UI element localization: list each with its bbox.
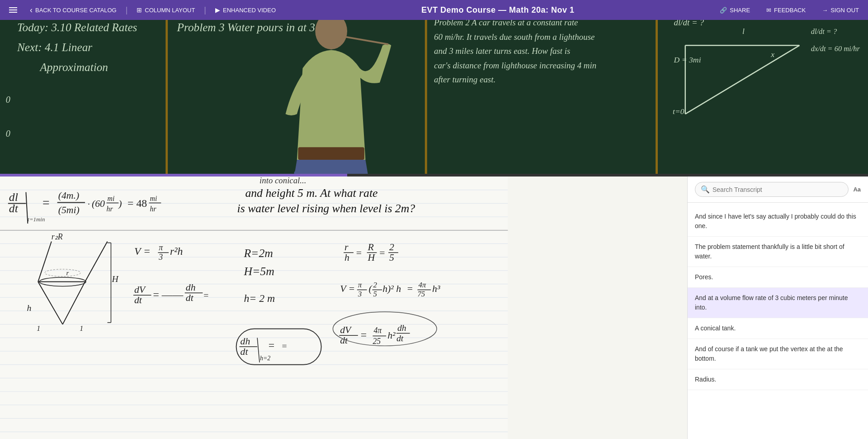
column-layout-button[interactable]: ⊞ COLUMN LAYOUT [133,5,198,15]
video-player[interactable]: Today: 3.10 Related Rates Next: 4.1 Line… [0,20,868,174]
svg-text:π: π [358,281,362,289]
transcript-text: And of course if a tank we put the verte… [695,344,861,363]
svg-text:dl/dt = ?: dl/dt = ? [674,20,704,27]
hamburger-menu-button[interactable] [5,5,21,14]
svg-text:dt: dt [134,295,142,305]
svg-text:x: x [770,50,774,59]
transcript-item[interactable]: And of course if a tank we put the verte… [688,339,868,369]
back-label: BACK TO COURSE CATALOG [35,7,117,14]
svg-text:is water level rising when lev: is water level rising when level is 2m? [237,202,415,215]
transcript-item-active[interactable]: And at a volume flow rate of 3 cubic met… [688,288,868,318]
svg-text:2: 2 [373,281,377,289]
transcript-text: And since I have let's say actually I pr… [695,212,861,231]
transcript-text: Radius. [695,375,861,384]
svg-text:and height 5 m.   At what rate: and height 5 m. At what rate [245,186,377,200]
svg-text:= ——: = —— [153,289,183,301]
back-to-course-button[interactable]: ‹ BACK TO COURSE CATALOG [26,4,120,17]
share-icon: 🔗 [720,7,727,14]
transcript-header: 🔍 Aa [688,177,868,203]
svg-text:Problem 3  Water pours in at 3: Problem 3 Water pours in at 3... [177,21,324,33]
transcript-text: And at a volume flow rate of 3 cubic met… [695,293,861,312]
svg-text:(5mi): (5mi) [58,205,80,215]
search-container[interactable]: 🔍 [695,182,849,197]
svg-text:mi: mi [150,195,157,202]
transcript-sidebar: 🔍 Aa And since I have let's say actually… [687,177,868,439]
enhanced-video-label: ENHANCED VIDEO [223,7,276,14]
svg-text:after turning east.: after turning east. [434,75,495,84]
svg-text:R: R [368,242,374,253]
svg-rect-5 [427,20,656,174]
page-title: EVT Demo Course — Math 20a: Nov 1 [421,5,575,15]
back-arrow-icon: ‹ [30,5,33,15]
svg-rect-2 [165,20,168,174]
svg-text:dh: dh [241,336,250,347]
sign-out-button[interactable]: → SIGN OUT [818,5,863,15]
svg-text:t=1min: t=1min [28,216,45,223]
svg-text:25: 25 [373,337,381,346]
svg-text:h=2: h=2 [260,355,270,362]
svg-text:h= 2 m: h= 2 m [244,292,275,304]
svg-text:R=2m: R=2m [243,247,273,260]
transcript-item[interactable]: A conical tank. [688,318,868,339]
svg-text:H: H [111,274,119,284]
svg-text:Next: 4.1 Linear: Next: 4.1 Linear [17,41,92,53]
transcript-content: And since I have let's say actually I pr… [688,203,868,439]
transcript-item[interactable]: And since I have let's say actually I pr… [688,206,868,237]
svg-text:dt: dt [9,202,19,215]
nav-separator-2: | [204,5,206,15]
svg-text:D = 3mi: D = 3mi [674,55,701,64]
svg-text:r²h: r²h [170,245,183,257]
svg-text:5: 5 [373,290,377,298]
svg-text:1: 1 [37,324,40,332]
svg-text:h³: h³ [432,283,440,294]
svg-rect-38 [0,177,508,439]
svg-text:hr: hr [107,205,113,213]
transcript-text: Pores. [695,272,861,282]
feedback-icon: ✉ [766,7,771,14]
svg-text:l: l [742,27,745,36]
svg-text:h²: h² [387,330,396,341]
transcript-item[interactable]: Pores. [688,267,868,288]
svg-text:60 mi/hr.   It travels due sou: 60 mi/hr. It travels due south from a li… [434,32,594,42]
svg-text:Problem 2   A car travels at a: Problem 2 A car travels at a constant ra… [434,20,578,27]
svg-rect-6 [656,20,658,174]
video-area: Today: 3.10 Related Rates Next: 4.1 Line… [0,20,868,174]
enhanced-video-icon: ▶ [215,6,220,14]
svg-text:Today: 3.10 Related Rates: Today: 3.10 Related Rates [17,21,137,33]
svg-text:r₂R: r₂R [52,232,63,241]
notes-area: dl dt t=1min = (4m.) (5mi) · (60 mi hr [0,177,687,439]
svg-text:(60: (60 [92,198,105,209]
topbar-right: 🔗 SHARE ✉ FEEDBACK → SIGN OUT [716,5,863,15]
feedback-button[interactable]: ✉ FEEDBACK [763,5,809,15]
svg-text:5: 5 [389,252,394,263]
svg-text:=: = [356,248,362,258]
share-button[interactable]: 🔗 SHARE [716,5,754,15]
svg-text:3: 3 [158,253,163,262]
svg-rect-4 [425,20,427,174]
svg-text:dh: dh [397,323,406,333]
font-size-button[interactable]: Aa [853,186,861,193]
enhanced-video-button[interactable]: ▶ ENHANCED VIDEO [212,5,279,15]
transcript-item[interactable]: The problem statement thankfully is a li… [688,237,868,267]
svg-text:4π: 4π [373,326,382,335]
transcript-text: A conical tank. [695,324,861,333]
transcript-search-input[interactable] [712,186,843,193]
svg-text:r: r [66,269,69,277]
svg-text:into conical...: into conical... [259,177,306,185]
transcript-item[interactable]: Radius. [688,369,868,390]
svg-text:dt: dt [241,346,249,357]
svg-text:=: = [42,196,50,210]
svg-text:(4m.): (4m.) [58,190,80,201]
svg-text:V =: V = [134,245,151,257]
svg-text:=: = [269,339,274,351]
svg-text:r: r [344,242,349,253]
sign-out-icon: → [822,7,828,14]
svg-text:dl/dt = ?: dl/dt = ? [811,27,837,36]
share-label: SHARE [730,7,750,14]
svg-text:V =: V = [340,283,355,294]
bottom-area: dl dt t=1min = (4m.) (5mi) · (60 mi hr [0,177,868,439]
svg-text:h)² h: h)² h [382,283,401,294]
svg-text:3: 3 [358,290,362,298]
svg-text:t=0: t=0 [673,107,684,116]
svg-text:hr: hr [150,205,157,213]
